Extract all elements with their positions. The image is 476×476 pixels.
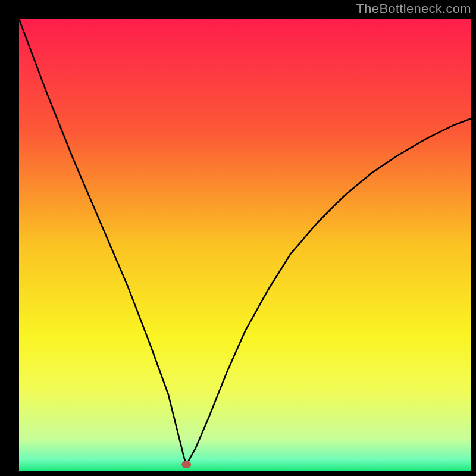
chart-frame: { "watermark": "TheBottleneck.com", "cha… — [0, 0, 476, 476]
bottleneck-chart — [0, 0, 476, 476]
plot-background — [19, 19, 471, 471]
watermark-text: TheBottleneck.com — [356, 1, 471, 17]
optimal-point-marker — [181, 461, 191, 468]
